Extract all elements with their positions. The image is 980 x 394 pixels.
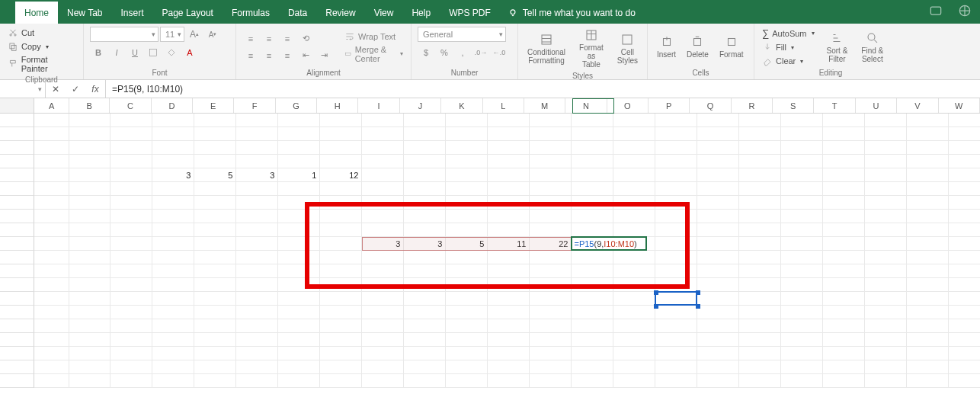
cell-B14[interactable] [69,292,110,306]
cell-N12[interactable] [572,264,613,278]
cell-E9[interactable] [194,223,236,237]
cell-S11[interactable] [781,251,823,264]
cell-R16[interactable] [739,319,781,333]
cell-G17[interactable] [278,333,320,347]
cell-R4[interactable] [739,155,781,168]
wrap-text-button[interactable]: Wrap Text [343,30,405,43]
cell-M19[interactable] [530,360,572,374]
cell-A19[interactable] [34,360,69,374]
cell-W8[interactable] [949,210,980,223]
tab-data[interactable]: Data [279,2,316,24]
cell-P20[interactable] [655,374,697,388]
cell-V12[interactable] [907,264,949,278]
cell-T12[interactable] [823,264,865,278]
cell-I1[interactable] [362,114,404,127]
cell-T16[interactable] [823,319,865,333]
cell-E7[interactable] [194,196,236,210]
cell-T6[interactable] [823,182,865,196]
cell-H8[interactable] [320,210,362,223]
cell-J9[interactable] [404,223,446,237]
cell-H13[interactable] [320,278,362,292]
cell-B13[interactable] [69,278,110,292]
cell-A10[interactable] [34,237,69,251]
cell-B17[interactable] [69,333,110,347]
cell-Q6[interactable] [697,182,739,196]
cell-P11[interactable] [655,251,697,264]
cell-N4[interactable] [572,155,613,168]
cell-H10[interactable] [320,237,362,251]
cell-T3[interactable] [823,141,865,155]
cell-N8[interactable] [572,210,613,223]
row-header-19[interactable] [0,360,34,374]
cell-K19[interactable] [446,360,488,374]
cell-D9[interactable] [152,223,194,237]
cell-C8[interactable] [110,210,152,223]
cell-V18[interactable] [907,347,949,360]
cell-Q7[interactable] [697,196,739,210]
cell-I2[interactable] [362,127,404,141]
cell-L20[interactable] [488,374,530,388]
cell-Q5[interactable] [697,168,739,182]
cell-R9[interactable] [739,223,781,237]
cell-D8[interactable] [152,210,194,223]
cell-J14[interactable] [404,292,446,306]
cell-Q1[interactable] [697,114,739,127]
cell-M13[interactable] [530,278,572,292]
cell-O11[interactable] [613,251,655,264]
cell-G9[interactable] [278,223,320,237]
cell-I12[interactable] [362,264,404,278]
col-header-I[interactable]: I [358,98,399,113]
select-all-corner[interactable] [0,98,34,113]
cell-W10[interactable] [949,237,980,251]
cell-J6[interactable] [404,182,446,196]
cell-O12[interactable] [613,264,655,278]
tab-view[interactable]: View [365,2,403,24]
col-header-T[interactable]: T [814,98,855,113]
cell-M10[interactable]: 22 [530,237,572,251]
cell-F12[interactable] [236,264,278,278]
cell-L17[interactable] [488,333,530,347]
cell-R20[interactable] [739,374,781,388]
clear-button[interactable]: Clear▾ [761,55,816,67]
cell-E6[interactable] [194,182,236,196]
cell-E18[interactable] [194,347,236,360]
cell-U5[interactable] [865,168,907,182]
cell-K2[interactable] [446,127,488,141]
cell-C18[interactable] [110,347,152,360]
row-header-1[interactable] [0,114,34,127]
cell-R5[interactable] [739,168,781,182]
cell-K1[interactable] [446,114,488,127]
cell-D1[interactable] [152,114,194,127]
cell-P18[interactable] [655,347,697,360]
cell-G1[interactable] [278,114,320,127]
cell-N1[interactable] [572,114,613,127]
cell-P6[interactable] [655,182,697,196]
cell-M6[interactable] [530,182,572,196]
border-button[interactable] [145,45,162,60]
cell-S10[interactable] [781,237,823,251]
cell-P5[interactable] [655,168,697,182]
cell-J1[interactable] [404,114,446,127]
cell-V6[interactable] [907,182,949,196]
cell-A4[interactable] [34,155,69,168]
cell-B18[interactable] [69,347,110,360]
cell-R1[interactable] [739,114,781,127]
cell-D10[interactable] [152,237,194,251]
cell-R7[interactable] [739,196,781,210]
cell-L13[interactable] [488,278,530,292]
cell-T2[interactable] [823,127,865,141]
cell-C3[interactable] [110,141,152,155]
cell-S4[interactable] [781,155,823,168]
cell-T5[interactable] [823,168,865,182]
cell-J4[interactable] [404,155,446,168]
cell-J16[interactable] [404,319,446,333]
col-header-B[interactable]: B [69,98,110,113]
cell-J7[interactable] [404,196,446,210]
cell-S20[interactable] [781,374,823,388]
cell-I10[interactable]: 3 [362,237,404,251]
cell-F13[interactable] [236,278,278,292]
cell-J3[interactable] [404,141,446,155]
cell-U9[interactable] [865,223,907,237]
cell-I19[interactable] [362,360,404,374]
col-header-C[interactable]: C [110,98,151,113]
